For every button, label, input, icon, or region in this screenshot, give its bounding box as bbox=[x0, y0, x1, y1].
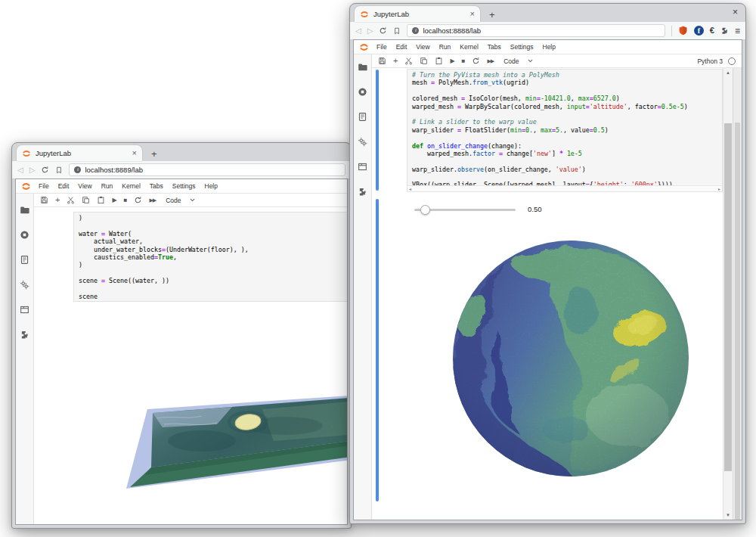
scrollbar-thumb[interactable] bbox=[724, 123, 732, 471]
bookmark-icon[interactable] bbox=[55, 166, 63, 174]
scroll-left-icon[interactable]: ◂ bbox=[409, 187, 411, 191]
menu-kernel[interactable]: Kernel bbox=[455, 43, 483, 51]
site-info-icon[interactable]: i bbox=[74, 166, 81, 173]
browser-tab-bar: JupyterLab × + × bbox=[350, 4, 745, 22]
chevron-down-icon bbox=[527, 57, 534, 64]
cut-icon[interactable] bbox=[404, 57, 413, 65]
url-bar[interactable]: i localhost:8889/lab bbox=[69, 163, 345, 176]
browser-tab[interactable]: JupyterLab × bbox=[17, 145, 142, 161]
open-tabs-icon[interactable] bbox=[358, 162, 367, 172]
add-cell-icon[interactable]: + bbox=[55, 196, 60, 204]
browser-navigation-bar: ◁ ▷ i localhost:8888/lab f € ≡ bbox=[350, 22, 745, 40]
output-cell-indicator[interactable] bbox=[376, 199, 379, 501]
menu-help[interactable]: Help bbox=[200, 182, 222, 190]
url-bar[interactable]: i localhost:8888/lab bbox=[407, 24, 665, 37]
property-inspector-icon[interactable] bbox=[358, 137, 367, 147]
stop-icon[interactable]: ■ bbox=[124, 197, 128, 203]
extensions-puzzle-icon[interactable] bbox=[720, 26, 729, 35]
menu-help[interactable]: Help bbox=[538, 43, 560, 51]
scroll-up-icon[interactable]: ▲ bbox=[723, 70, 733, 75]
code-editor[interactable]: ) water = Water( actual_water, under_wat… bbox=[74, 213, 347, 300]
back-icon[interactable]: ◁ bbox=[17, 166, 23, 174]
menu-settings[interactable]: Settings bbox=[506, 43, 538, 51]
account-icon[interactable]: f bbox=[694, 26, 704, 36]
menu-view[interactable]: View bbox=[411, 43, 434, 51]
tab-close-icon[interactable]: × bbox=[132, 149, 137, 157]
running-sessions-icon[interactable] bbox=[20, 230, 29, 240]
add-cell-icon[interactable]: + bbox=[393, 57, 398, 65]
code-cell[interactable]: # Turn the PyVista mesh into a PolyMeshm… bbox=[407, 69, 723, 192]
shield-icon[interactable] bbox=[678, 26, 688, 36]
scroll-down-icon[interactable]: ▼ bbox=[723, 513, 733, 517]
url-text: localhost:8889/lab bbox=[85, 166, 143, 174]
restart-kernel-icon[interactable] bbox=[134, 196, 142, 204]
back-icon[interactable]: ◁ bbox=[355, 27, 361, 35]
save-icon[interactable] bbox=[40, 196, 48, 204]
app-menu-icon[interactable]: ≡ bbox=[735, 26, 740, 36]
site-info-icon[interactable]: i bbox=[412, 27, 419, 34]
browser-tab[interactable]: JupyterLab × bbox=[355, 6, 480, 22]
running-sessions-icon[interactable] bbox=[358, 87, 367, 97]
menu-kernel[interactable]: Kernel bbox=[117, 182, 145, 190]
paste-icon[interactable] bbox=[97, 196, 105, 204]
new-tab-button[interactable]: + bbox=[151, 149, 157, 159]
jupyter-logo-icon bbox=[359, 42, 369, 52]
kernel-status-icon[interactable] bbox=[728, 57, 736, 65]
run-all-icon[interactable]: ▶▶ bbox=[149, 197, 156, 203]
globe-scene-output[interactable] bbox=[452, 240, 689, 477]
code-cell[interactable]: ) water = Water( actual_water, under_wat… bbox=[73, 212, 347, 302]
toolbar-divider bbox=[671, 26, 672, 36]
notebook-area: ) water = Water( actual_water, under_wat… bbox=[34, 207, 347, 524]
menu-file[interactable]: File bbox=[34, 182, 54, 190]
page-scrollbar-thumb[interactable] bbox=[735, 123, 740, 520]
save-icon[interactable] bbox=[378, 57, 386, 65]
warp-slider-handle[interactable] bbox=[420, 205, 430, 215]
menu-edit[interactable]: Edit bbox=[392, 43, 412, 51]
file-browser-icon[interactable] bbox=[20, 205, 29, 215]
scroll-right-icon[interactable]: ▸ bbox=[718, 187, 720, 191]
reload-icon[interactable] bbox=[379, 26, 387, 35]
menu-edit[interactable]: Edit bbox=[54, 182, 74, 190]
copy-icon[interactable] bbox=[420, 57, 428, 65]
open-tabs-icon[interactable] bbox=[20, 305, 29, 315]
slider-readout: 0.50 bbox=[528, 205, 542, 213]
run-all-icon[interactable]: ▶▶ bbox=[487, 58, 494, 64]
new-tab-button[interactable]: + bbox=[489, 10, 495, 20]
menu-file[interactable]: File bbox=[372, 43, 392, 51]
reload-icon[interactable] bbox=[41, 166, 49, 174]
property-inspector-icon[interactable] bbox=[20, 280, 29, 290]
bookmark-icon[interactable] bbox=[393, 27, 401, 35]
cell-type-dropdown[interactable]: Code bbox=[166, 197, 195, 204]
menu-run[interactable]: Run bbox=[97, 182, 118, 190]
cell-type-dropdown[interactable]: Code bbox=[503, 57, 533, 65]
menu-view[interactable]: View bbox=[73, 182, 96, 190]
extension-manager-icon[interactable] bbox=[20, 330, 29, 340]
run-icon[interactable]: ▶ bbox=[450, 58, 454, 64]
menu-run[interactable]: Run bbox=[435, 43, 456, 51]
paste-icon[interactable] bbox=[435, 57, 443, 65]
stop-icon[interactable]: ■ bbox=[462, 58, 466, 64]
menu-tabs[interactable]: Tabs bbox=[483, 43, 506, 51]
vertical-scrollbar[interactable]: ▲ ▼ bbox=[723, 68, 733, 520]
tab-close-icon[interactable]: × bbox=[470, 10, 475, 18]
cut-icon[interactable] bbox=[67, 196, 75, 204]
copy-icon[interactable] bbox=[82, 196, 90, 204]
water-scene-output[interactable] bbox=[111, 388, 347, 501]
window-close-icon[interactable]: × bbox=[733, 8, 738, 17]
file-browser-icon[interactable] bbox=[358, 62, 367, 72]
forward-icon[interactable]: ▷ bbox=[29, 166, 36, 174]
extension-manager-icon[interactable] bbox=[358, 187, 367, 197]
run-icon[interactable]: ▶ bbox=[112, 197, 116, 203]
command-palette-icon[interactable] bbox=[358, 112, 367, 122]
kernel-name[interactable]: Python 3 bbox=[697, 57, 723, 65]
command-palette-icon[interactable] bbox=[20, 255, 29, 265]
code-editor[interactable]: # Turn the PyVista mesh into a PolyMeshm… bbox=[407, 70, 722, 189]
restart-kernel-icon[interactable] bbox=[472, 57, 480, 65]
forward-icon[interactable]: ▷ bbox=[367, 27, 373, 35]
active-cell-indicator[interactable] bbox=[376, 70, 379, 191]
menu-settings[interactable]: Settings bbox=[168, 182, 200, 190]
horizontal-scrollbar[interactable]: ◂ ▸ bbox=[407, 185, 722, 191]
menu-tabs[interactable]: Tabs bbox=[145, 182, 168, 190]
jupyter-favicon bbox=[360, 10, 369, 19]
currency-extension-icon[interactable]: € bbox=[710, 26, 714, 35]
